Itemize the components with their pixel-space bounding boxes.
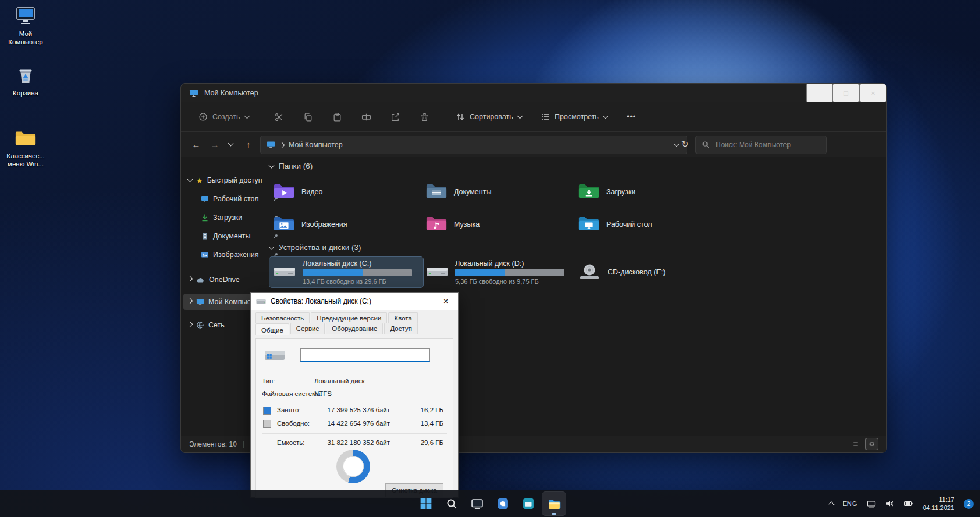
ellipsis-icon: ••• (627, 113, 636, 121)
sidebar-item-quick-access[interactable]: ★ Быстрый доступ (183, 172, 265, 188)
chevron-down-icon[interactable] (187, 177, 193, 183)
language-indicator[interactable]: ENG (840, 494, 860, 514)
desktop-icon-recycle-bin[interactable]: Корзина (1, 65, 50, 97)
close-button[interactable]: × (860, 84, 886, 102)
volume-label-input[interactable] (300, 348, 430, 362)
search-button[interactable] (440, 492, 463, 515)
sidebar-item-label: OneDrive (209, 276, 240, 284)
desktop-icon-label: Мой Компьютер (1, 30, 50, 47)
folder-tile-desktop[interactable]: Рабочий стол (574, 211, 728, 238)
rename-button[interactable] (356, 108, 377, 126)
drives-section-header[interactable]: Устройства и диски (3) (269, 243, 361, 252)
chevron-down-icon[interactable] (269, 162, 275, 168)
text-caret (303, 351, 303, 359)
chevron-right-icon[interactable] (187, 298, 193, 304)
capacity-label: Емкость: (277, 439, 304, 446)
folder-tile-pictures[interactable]: Изображения (269, 211, 423, 238)
type-label: Тип: (262, 377, 275, 384)
volume-button[interactable] (882, 494, 897, 514)
chevron-down-icon[interactable] (269, 244, 275, 249)
tray-time: 11:17 (939, 495, 954, 504)
search-box (695, 136, 827, 154)
touch-keyboard-icon (867, 499, 876, 508)
dialog-close-button[interactable]: × (434, 293, 458, 310)
minimize-button[interactable]: – (806, 84, 833, 102)
forward-button[interactable]: → (205, 135, 224, 154)
dialog-general-panel: Тип: Локальный диск Файловая система: NT… (255, 338, 453, 498)
file-explorer-button[interactable] (542, 492, 566, 515)
folder-tile-music[interactable]: Музыка (422, 211, 576, 238)
drive-name: CD-дисковод (E:) (608, 268, 665, 276)
disk-usage-fill (455, 269, 505, 276)
filesystem-value: NTFS (314, 390, 332, 397)
cut-button[interactable] (268, 108, 289, 126)
drive-tile-d[interactable]: Локальный диск (D:) 5,36 ГБ свободно из … (422, 257, 576, 287)
copy-button[interactable] (297, 108, 318, 126)
chevron-right-icon[interactable] (187, 276, 193, 282)
task-view-button[interactable] (466, 492, 489, 515)
thumbnail-view-button[interactable] (865, 438, 878, 450)
sidebar-item-pictures[interactable]: Изображения (183, 247, 282, 263)
media-app-button[interactable] (517, 492, 540, 515)
tab-previous-versions[interactable]: Предыдущие версии (311, 312, 387, 323)
delete-button[interactable] (414, 108, 435, 126)
capacity-size: 29,6 ГБ (409, 439, 443, 446)
new-button[interactable]: Создать (193, 108, 255, 126)
widgets-button[interactable] (491, 492, 514, 515)
folder-tile-documents[interactable]: Документы (422, 178, 576, 206)
drive-free-space: 5,36 ГБ свободно из 9,75 ГБ (455, 278, 564, 285)
sort-button[interactable]: Сортировать (450, 108, 528, 126)
chevron-down-icon (602, 113, 608, 119)
divider (262, 372, 447, 372)
filesystem-label: Файловая система: (262, 390, 322, 397)
tab-sharing[interactable]: Доступ (384, 323, 417, 334)
battery-button[interactable] (901, 494, 917, 514)
folders-section-header[interactable]: Папки (6) (269, 162, 313, 170)
refresh-button[interactable]: ↻ (676, 135, 694, 154)
tray-chevron-button[interactable] (826, 494, 836, 514)
drive-tile-c[interactable]: Локальный диск (C:) 13,4 ГБ свободно из … (269, 257, 423, 287)
tab-general[interactable]: Общие (255, 323, 289, 335)
pictures-folder-icon (273, 215, 295, 234)
share-button[interactable] (385, 108, 406, 126)
divider (262, 433, 447, 434)
recent-locations-button[interactable] (224, 135, 237, 154)
maximize-button[interactable]: □ (833, 84, 860, 102)
used-space-swatch (263, 407, 271, 415)
sidebar-item-downloads[interactable]: Загрузки (183, 209, 282, 226)
used-size: 16,2 ГБ (409, 407, 443, 413)
thumbnail-view-icon (869, 440, 874, 448)
view-button[interactable]: Просмотреть (535, 108, 613, 126)
search-input[interactable] (715, 140, 804, 149)
more-options-button[interactable]: ••• (621, 108, 642, 126)
tab-hardware[interactable]: Оборудование (326, 323, 383, 334)
folder-tile-downloads[interactable]: Загрузки (574, 178, 728, 206)
address-box[interactable]: Мой Компьютер (260, 136, 687, 154)
paste-button[interactable] (326, 108, 347, 126)
desktop-icon-classic-menu[interactable]: Классичес... меню Win... (1, 129, 50, 169)
up-button[interactable]: ↑ (239, 135, 258, 154)
folder-tile-videos[interactable]: Видео (269, 178, 423, 206)
start-button[interactable] (414, 492, 438, 515)
drive-tile-e[interactable]: CD-дисковод (E:) (574, 257, 728, 287)
touch-keyboard-button[interactable] (864, 494, 879, 514)
chevron-right-icon[interactable] (187, 322, 193, 327)
free-size: 13,4 ГБ (409, 420, 443, 427)
notification-center-button[interactable]: 2 (961, 494, 977, 514)
disk-usage-bar (455, 269, 564, 276)
computer-icon (267, 141, 275, 149)
tab-quota[interactable]: Квота (388, 312, 417, 323)
details-view-button[interactable] (849, 438, 862, 450)
sidebar-item-desktop[interactable]: Рабочий стол (183, 191, 282, 207)
tab-security[interactable]: Безопасность (255, 312, 310, 323)
drive-name: Локальный диск (D:) (455, 259, 564, 268)
back-button[interactable]: ← (187, 135, 205, 154)
desktop-icon-my-computer[interactable]: Мой Компьютер (1, 6, 50, 47)
sidebar-item-label: Документы (213, 232, 250, 240)
tab-tools[interactable]: Сервис (290, 323, 325, 334)
computer-icon (189, 89, 198, 98)
sidebar-item-documents[interactable]: Документы (183, 228, 282, 244)
clock[interactable]: 11:17 04.11.2021 (920, 494, 957, 514)
chevron-up-icon (829, 502, 835, 508)
sidebar-item-onedrive[interactable]: OneDrive (183, 272, 265, 288)
